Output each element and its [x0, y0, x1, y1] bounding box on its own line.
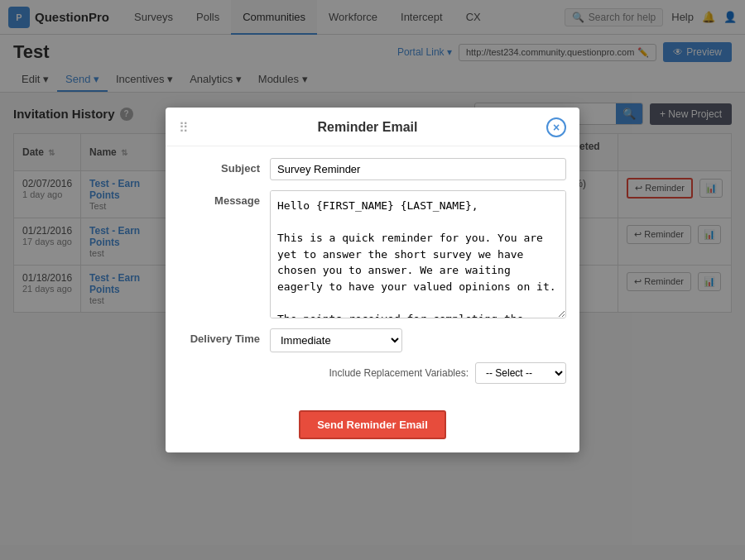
message-row: Message Hello {FIRST_NAME} {LAST_NAME}, … [179, 190, 566, 318]
modal-header: ⠿ Reminder Email × [166, 108, 579, 146]
reminder-email-modal: ⠿ Reminder Email × Subject Message Hello… [166, 108, 579, 452]
delivery-time-select[interactable]: Immediate Scheduled [270, 328, 402, 352]
close-modal-button[interactable]: × [546, 117, 566, 137]
send-reminder-button[interactable]: Send Reminder Email [299, 410, 446, 439]
delivery-time-label: Delivery Time [179, 328, 270, 345]
delivery-time-row: Delivery Time Immediate Scheduled [179, 328, 566, 352]
replacement-variables-select[interactable]: -- Select -- First Name Last Name Email [475, 362, 566, 384]
subject-input[interactable] [270, 158, 566, 180]
subject-label: Subject [179, 158, 270, 175]
drag-handle-icon[interactable]: ⠿ [179, 120, 189, 136]
replacement-row: Include Replacement Variables: -- Select… [179, 362, 566, 384]
message-textarea[interactable]: Hello {FIRST_NAME} {LAST_NAME}, This is … [270, 190, 566, 318]
modal-body: Subject Message Hello {FIRST_NAME} {LAST… [166, 146, 579, 407]
modal-footer: Send Reminder Email [166, 407, 579, 439]
replacement-label: Include Replacement Variables: [329, 367, 469, 379]
modal-title: Reminder Email [189, 120, 546, 135]
subject-row: Subject [179, 158, 566, 180]
message-label: Message [179, 190, 270, 207]
modal-overlay[interactable]: ⠿ Reminder Email × Subject Message Hello… [0, 0, 745, 545]
